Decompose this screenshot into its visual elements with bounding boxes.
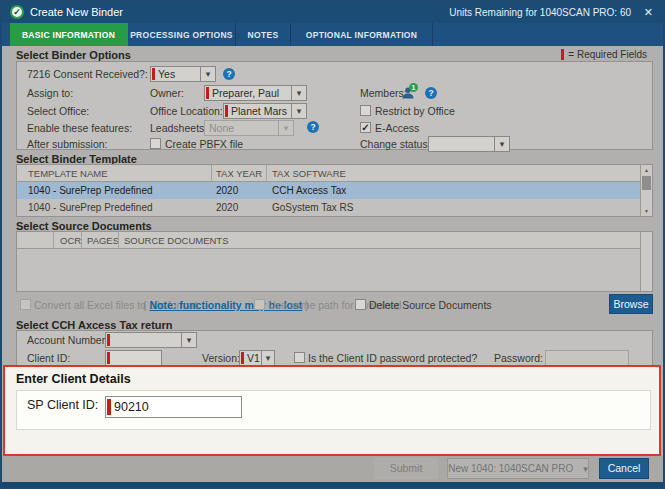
required-marker (152, 68, 155, 80)
tab-processing-options[interactable]: PROCESSING OPTIONS (128, 23, 236, 46)
units-remaining-text: Units Remaining for 1040SCAN PRO: 60 (449, 7, 631, 18)
scan-type-dropdown[interactable]: New 1040: 1040SCAN PRO ▾ (447, 458, 589, 479)
required-marker (225, 105, 228, 117)
convert-excel-checkbox (20, 299, 31, 310)
sp-client-id-field[interactable] (105, 396, 242, 418)
password-protected-checkbox[interactable] (294, 352, 305, 363)
required-marker (107, 334, 110, 346)
scroll-up-icon[interactable]: ▲ (641, 165, 652, 175)
version-label: Version: (202, 350, 240, 366)
change-status-dropdown[interactable]: ▾ (428, 136, 510, 152)
enter-client-details-title: Enter Client Details (16, 372, 131, 386)
client-id-label: Client ID: (27, 350, 70, 366)
consent-label: 7216 Consent Received?: (27, 66, 148, 82)
assign-to-label: Assign to: (27, 85, 73, 101)
template-table-header: TEMPLATE NAME TAX YEAR TAX SOFTWARE (17, 165, 652, 182)
owner-dropdown[interactable]: Preparer, Paul ▾ (204, 85, 307, 101)
account-number-dropdown[interactable]: ▾ (105, 332, 197, 348)
template-row-selected[interactable]: 1040 - SurePrep Predefined 2020 CCH Axce… (17, 182, 640, 199)
password-label: Password: (494, 350, 543, 366)
browse-button[interactable]: Browse (609, 294, 653, 314)
office-location-dropdown[interactable]: Planet Mars ▾ (223, 103, 307, 119)
scroll-down-icon[interactable]: ▼ (641, 206, 652, 216)
consent-dropdown[interactable]: Yes ▾ (150, 66, 216, 82)
select-office-label: Select Office: (27, 103, 89, 119)
window-title: Create New Binder (30, 6, 123, 18)
enable-features-label: Enable these features: (27, 120, 132, 136)
required-marker (107, 352, 110, 364)
col-tax-year: TAX YEAR (216, 165, 262, 182)
tab-notes[interactable]: NOTES (236, 23, 291, 46)
use-same-path-checkbox (254, 299, 265, 310)
sp-client-id-label: SP Client ID: (27, 398, 98, 412)
required-marker (206, 87, 209, 99)
password-protected-label: Is the Client ID password protected? (308, 350, 477, 366)
owner-value: Preparer, Paul (212, 87, 291, 99)
chevron-down-icon: ▾ (261, 351, 274, 365)
sp-client-id-input[interactable] (111, 397, 241, 417)
delete-source-documents-checkbox[interactable] (355, 299, 366, 310)
eaccess-label: E-Access (375, 120, 419, 136)
leadsheets-help-icon[interactable]: ? (307, 121, 319, 133)
eaccess-checkbox[interactable]: ✓ (360, 122, 371, 133)
scrollbar-thumb[interactable] (642, 176, 651, 190)
chevron-down-icon: ▾ (291, 104, 306, 118)
window-bottom-edge (2, 482, 663, 487)
version-value: V1 (247, 352, 261, 364)
cancel-button[interactable]: Cancel (599, 458, 649, 479)
scan-type-value: New 1040: 1040SCAN PRO (448, 463, 573, 474)
tax-software-cell: CCH Axcess Tax (272, 182, 346, 199)
tab-basic-information[interactable]: BASIC INFORMATION (10, 23, 128, 46)
version-dropdown[interactable]: V1 ▾ (239, 350, 275, 366)
leadsheets-label: Leadsheets: (150, 120, 207, 136)
tax-year-cell: 2020 (216, 199, 238, 216)
column-divider (53, 232, 54, 249)
column-divider (81, 232, 82, 249)
delete-source-documents-label: Delete Source Documents (369, 297, 492, 313)
required-marker (561, 49, 564, 60)
tax-year-cell: 2020 (216, 182, 238, 199)
create-pbfx-checkbox[interactable] (150, 138, 161, 149)
after-submission-label: After submission: (27, 136, 108, 152)
client-id-input[interactable] (105, 350, 162, 366)
restrict-by-office-label: Restrict by Office (375, 103, 455, 119)
template-name-cell: 1040 - SurePrep Predefined (28, 182, 153, 199)
submit-button[interactable]: Submit (374, 458, 438, 479)
chevron-down-icon: ▾ (278, 121, 293, 135)
consent-value: Yes (158, 68, 200, 80)
password-input (545, 350, 629, 366)
col-tax-software: TAX SOFTWARE (272, 165, 346, 182)
col-template-name: TEMPLATE NAME (28, 165, 108, 182)
source-documents-table: OCR PAGES SOURCE DOCUMENTS (16, 231, 653, 292)
tab-optional-information[interactable]: OPTIONAL INFORMATION (291, 23, 433, 46)
tax-software-cell: GoSystem Tax RS (272, 199, 354, 216)
required-fields-legend: = Required Fields (561, 49, 647, 60)
create-new-binder-dialog: ✓ Create New Binder Units Remaining for … (0, 0, 665, 489)
close-icon[interactable]: ✕ (644, 6, 653, 19)
chevron-down-icon: ▾ (494, 137, 509, 151)
members-count-badge: 1 (409, 83, 418, 92)
column-divider (266, 165, 267, 182)
leadsheets-value: None (205, 122, 278, 134)
col-source-documents: SOURCE DOCUMENTS (124, 232, 229, 249)
template-name-cell: 1040 - SurePrep Predefined (28, 199, 153, 216)
leadsheets-dropdown: None ▾ (204, 120, 294, 136)
title-bar: ✓ Create New Binder Units Remaining for … (2, 2, 663, 23)
chevron-down-icon: ▾ (200, 67, 215, 81)
members-help-icon[interactable]: ? (425, 87, 437, 99)
binder-options-title: Select Binder Options (16, 49, 131, 61)
template-table-scrollbar[interactable]: ▲ ▼ (640, 165, 652, 216)
enter-client-details-callout: Enter Client Details SP Client ID: (3, 365, 661, 456)
template-row[interactable]: 1040 - SurePrep Predefined 2020 GoSystem… (17, 199, 640, 216)
chevron-down-icon: ▾ (291, 86, 306, 100)
source-table-scrollbar[interactable] (640, 232, 652, 291)
col-pages: PAGES (87, 232, 119, 249)
consent-help-icon[interactable]: ? (223, 68, 235, 80)
required-marker (241, 352, 244, 364)
office-location-label: Office Location: (150, 103, 223, 119)
restrict-by-office-checkbox[interactable] (360, 105, 371, 116)
chevron-down-icon: ▾ (583, 464, 588, 474)
col-ocr: OCR (60, 232, 81, 249)
create-pbfx-label: Create PBFX file (165, 136, 243, 152)
owner-label: Owner: (150, 85, 184, 101)
